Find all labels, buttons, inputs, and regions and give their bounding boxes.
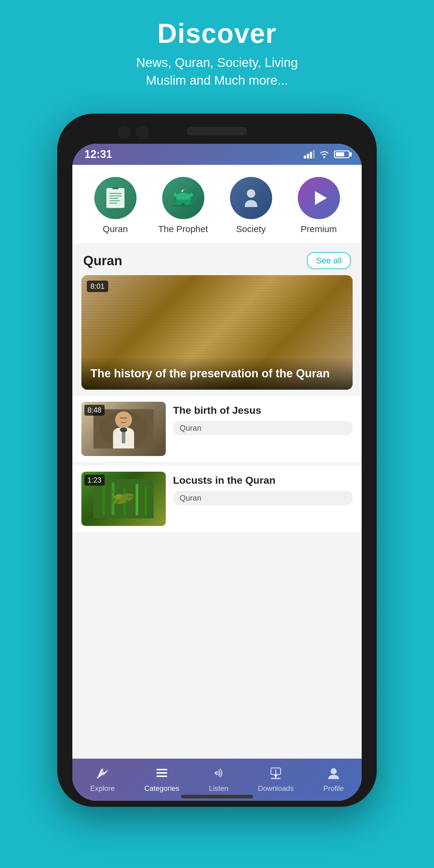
video-title-2: Locusts in the Quran <box>173 473 352 487</box>
wifi-icon <box>319 150 330 158</box>
quran-label: Quran <box>103 224 128 234</box>
explore-icon <box>96 767 109 782</box>
duration-1: 8:48 <box>84 405 104 415</box>
content-area[interactable]: Quran <box>72 165 362 758</box>
society-icon <box>238 184 265 212</box>
section-header: Quran See all <box>72 243 362 275</box>
svg-point-17 <box>190 193 193 197</box>
page-subtitle: News, Quran, Society, Living Muslim and … <box>136 54 298 90</box>
prophet-circle <box>162 177 204 219</box>
nav-profile[interactable]: Profile <box>317 764 350 796</box>
category-prophet[interactable]: The Prophet <box>149 177 217 234</box>
video-item-1[interactable]: 8:48 The birth of Jesus Quran <box>72 396 362 462</box>
page-header: Discover News, Quran, Society, Living Mu… <box>136 18 298 90</box>
categories-svg-icon <box>155 767 168 780</box>
explore-label: Explore <box>90 784 115 793</box>
video-title-1: The birth of Jesus <box>173 404 352 417</box>
svg-rect-1 <box>307 154 309 158</box>
premium-icon <box>305 184 333 212</box>
svg-point-18 <box>181 190 183 192</box>
categories-label: Categories <box>144 784 179 793</box>
nav-explore[interactable]: Explore <box>84 764 121 796</box>
nav-downloads[interactable]: Downloads <box>252 764 300 796</box>
svg-rect-2 <box>310 152 312 158</box>
category-quran[interactable]: Quran <box>82 177 149 234</box>
svg-rect-19 <box>173 205 194 207</box>
svg-rect-12 <box>113 187 119 189</box>
status-time: 12:31 <box>84 148 112 161</box>
svg-point-15 <box>174 193 177 197</box>
svg-marker-21 <box>315 191 327 205</box>
profile-label: Profile <box>323 784 344 793</box>
video-info-1: The birth of Jesus Quran <box>173 402 352 435</box>
svg-point-24 <box>115 411 132 428</box>
listen-label: Listen <box>209 784 228 793</box>
prophet-icon <box>170 184 197 212</box>
nav-categories[interactable]: Categories <box>138 764 185 796</box>
downloads-icon <box>269 767 282 782</box>
quran-circle <box>94 177 136 219</box>
bottom-nav: Explore Categories <box>72 758 362 801</box>
svg-point-20 <box>247 189 255 198</box>
featured-video[interactable]: 8:01 The history of the preservation of … <box>82 275 352 390</box>
svg-rect-50 <box>271 778 281 779</box>
premium-label: Premium <box>301 224 337 234</box>
status-bar: 12:31 <box>72 144 362 165</box>
see-all-button[interactable]: See all <box>307 252 351 269</box>
listen-svg-icon <box>212 767 225 780</box>
section-title: Quran <box>83 253 122 268</box>
premium-circle <box>298 177 340 219</box>
category-premium[interactable]: Premium <box>285 177 352 234</box>
video-info-2: Locusts in the Quran Quran <box>173 472 352 505</box>
signal-icon <box>304 150 315 158</box>
categories-row: Quran <box>72 165 362 243</box>
home-bar <box>181 795 253 798</box>
society-label: Society <box>236 224 266 234</box>
featured-title: The history of the preservation of the Q… <box>90 366 344 381</box>
video-tag-1: Quran <box>173 421 352 435</box>
nav-listen[interactable]: Listen <box>203 764 234 796</box>
duration-2: 1:23 <box>84 475 104 486</box>
explore-svg-icon <box>96 767 109 780</box>
categories-icon <box>155 767 168 782</box>
svg-rect-28 <box>102 485 105 516</box>
svg-rect-32 <box>145 487 147 516</box>
status-icons <box>304 150 350 158</box>
video-item-2[interactable]: 1:23 Locusts in the Quran Quran <box>72 466 362 532</box>
screen: 12:31 <box>72 144 362 801</box>
second-camera <box>135 126 149 139</box>
downloads-label: Downloads <box>258 784 294 793</box>
svg-point-51 <box>331 768 337 774</box>
svg-point-26 <box>120 427 127 432</box>
listen-icon <box>212 767 225 782</box>
featured-overlay: The history of the preservation of the Q… <box>82 357 352 390</box>
featured-duration: 8:01 <box>87 281 108 292</box>
video-thumb-2: 1:23 <box>82 472 166 526</box>
video-thumb-1: 8:48 <box>82 402 166 456</box>
video-tag-2: Quran <box>173 491 352 505</box>
page-title: Discover <box>136 18 298 49</box>
svg-rect-29 <box>112 482 115 516</box>
svg-point-4 <box>323 156 325 158</box>
category-society[interactable]: Society <box>217 177 285 234</box>
speaker <box>187 127 247 135</box>
downloads-svg-icon <box>269 767 282 780</box>
svg-rect-45 <box>156 772 167 774</box>
society-circle <box>230 177 272 219</box>
front-camera <box>118 126 131 139</box>
svg-rect-0 <box>304 156 306 158</box>
battery-icon <box>334 150 350 158</box>
phone-frame: 12:31 <box>57 114 377 807</box>
svg-rect-31 <box>135 484 138 516</box>
quran-icon <box>102 184 129 212</box>
profile-svg-icon <box>327 767 340 780</box>
svg-rect-46 <box>156 775 167 777</box>
prophet-label: The Prophet <box>158 224 208 234</box>
svg-rect-3 <box>313 150 315 158</box>
svg-rect-44 <box>156 769 167 770</box>
profile-icon <box>327 767 340 782</box>
